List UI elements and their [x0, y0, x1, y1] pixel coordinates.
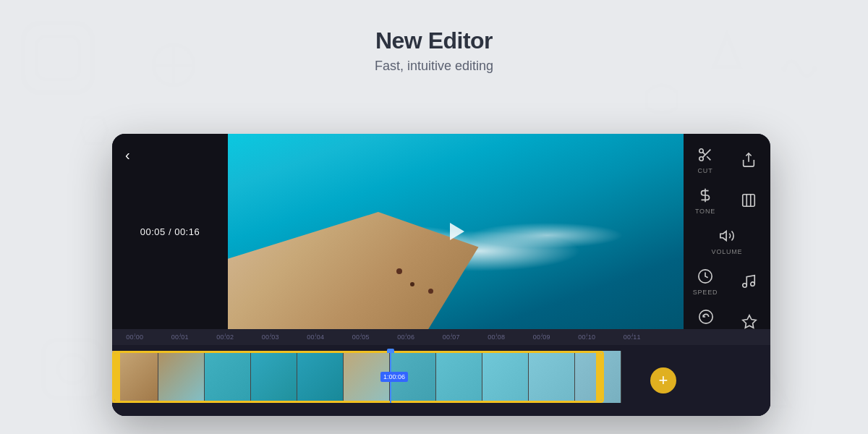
tone-icon — [697, 187, 713, 205]
speed-tool[interactable]: SPEED — [689, 268, 721, 296]
tone-tool[interactable]: TONE — [689, 187, 721, 215]
clip-thumb-2 — [158, 351, 205, 403]
header-section: New Editor Fast, intuitive editing — [0, 0, 868, 74]
toolbar-row-3: VOLUME — [684, 222, 770, 261]
cut-tool[interactable]: CUT — [689, 147, 721, 174]
cut-icon — [697, 147, 713, 165]
playhead-top — [387, 349, 394, 353]
clip-thumb-4 — [251, 351, 297, 403]
ruler-mark-11: 00:11 — [610, 333, 655, 341]
ruler-mark-8: 00:08 — [474, 333, 519, 341]
clips-track[interactable]: 1:00:06 + — [112, 345, 770, 416]
clip-thumb-10 — [529, 351, 575, 403]
left-panel: ‹ 00:05 / 00:16 — [112, 134, 228, 329]
video-area — [228, 134, 684, 329]
play-button[interactable] — [441, 216, 471, 247]
svg-marker-24 — [743, 315, 756, 327]
clip-thumb-5 — [297, 351, 344, 403]
svg-rect-7 — [43, 340, 101, 398]
ruler-mark-1: 00:01 — [158, 333, 203, 341]
svg-point-10 — [699, 157, 704, 161]
clip-thumb-3 — [205, 351, 251, 403]
ruler-mark-3: 00:03 — [248, 333, 294, 341]
svg-point-9 — [699, 149, 704, 153]
svg-marker-19 — [720, 231, 726, 241]
time-ruler: 00:00 00:01 00:02 00:03 00:04 00:05 00:0… — [112, 329, 770, 345]
add-clip-button[interactable]: + — [650, 367, 676, 393]
time-display: 00:05 / 00:16 — [140, 226, 200, 237]
play-triangle-icon — [450, 223, 464, 240]
toolbar-row-2: TONE — [684, 182, 770, 221]
svg-point-22 — [751, 281, 755, 286]
right-toolbar: CUT — [684, 134, 770, 329]
ruler-mark-7: 00:07 — [429, 333, 475, 341]
svg-line-13 — [702, 152, 705, 155]
clip-thumb-6: 1:00:06 — [344, 351, 390, 403]
toolbar-row-1: CUT — [684, 141, 770, 180]
trim-icon — [741, 192, 757, 210]
timeline-area: 00:00 00:01 00:02 00:03 00:04 00:05 00:0… — [112, 329, 770, 416]
tone-label: TONE — [695, 208, 715, 215]
trim-tool[interactable] — [733, 192, 765, 210]
export-tool[interactable] — [733, 152, 765, 170]
svg-point-8 — [58, 354, 87, 383]
ruler-mark-2: 00:02 — [203, 333, 248, 341]
ruler-mark-5: 00:05 — [339, 333, 384, 341]
clip-thumb-9 — [482, 351, 529, 403]
clip-thumb-1 — [112, 351, 158, 403]
page-subtitle: Fast, intuitive editing — [0, 59, 868, 74]
app-main-area: ‹ 00:05 / 00:16 — [112, 134, 770, 329]
ruler-mark-6: 00:06 — [383, 333, 429, 341]
export-icon — [741, 152, 757, 170]
ruler-marks: 00:00 00:01 00:02 00:03 00:04 00:05 00:0… — [112, 333, 655, 341]
reverse-icon — [698, 309, 714, 327]
ruler-mark-9: 00:09 — [519, 333, 565, 341]
svg-line-12 — [707, 156, 710, 160]
svg-rect-16 — [743, 194, 755, 206]
ruler-mark-10: 00:10 — [564, 333, 610, 341]
speed-label: SPEED — [693, 289, 718, 296]
volume-tool[interactable]: VOLUME — [711, 228, 743, 255]
speed-icon — [697, 268, 713, 286]
page-title: New Editor — [0, 27, 868, 54]
back-button[interactable]: ‹ — [125, 147, 130, 163]
device-mockup: ‹ 00:05 / 00:16 — [112, 134, 770, 416]
svg-point-21 — [743, 283, 747, 287]
ruler-mark-0: 00:00 — [112, 333, 158, 341]
clip-thumb-8 — [436, 351, 482, 403]
cut-label: CUT — [698, 167, 713, 174]
ruler-mark-4: 00:04 — [293, 333, 339, 341]
clip-thumb-11 — [575, 351, 621, 403]
toolbar-row-4: SPEED — [684, 263, 770, 302]
music-tool[interactable] — [733, 273, 765, 292]
music-icon — [741, 273, 757, 292]
person-2 — [410, 282, 414, 286]
clip-thumbnails-row: 1:00:06 — [112, 351, 676, 403]
playhead-clip-label: 1:00:06 — [380, 372, 408, 382]
volume-icon — [719, 228, 735, 246]
volume-label: VOLUME — [712, 248, 743, 255]
svg-point-23 — [699, 310, 712, 323]
